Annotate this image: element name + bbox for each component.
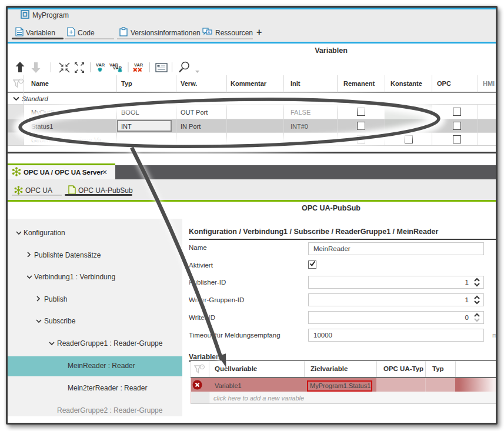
svg-text:VAR: VAR: [134, 62, 143, 68]
svg-text:VAR: VAR: [96, 62, 105, 68]
svg-text:A: A: [208, 31, 210, 34]
